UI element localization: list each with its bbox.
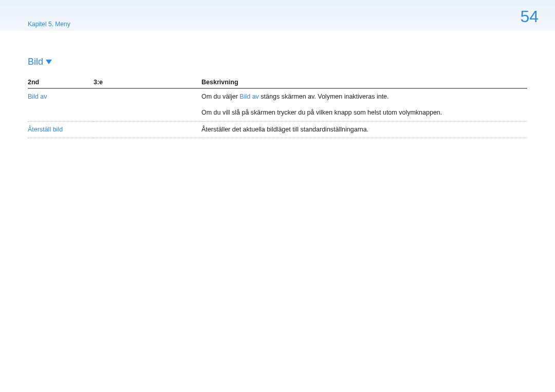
menu-item-aterstall-bild: Återställ bild <box>28 126 63 133</box>
table-header-beskrivning: Beskrivning <box>201 76 527 88</box>
triangle-down-icon <box>46 60 52 64</box>
table-cell-description: Återställer det aktuella bildläget till … <box>201 121 527 138</box>
menu-table: 2nd 3:e Beskrivning Bild av Om du väljer… <box>28 76 527 138</box>
table-cell-empty <box>94 105 201 121</box>
table-row: Om du vill slå på skärmen trycker du på … <box>28 105 527 121</box>
section-title-text: Bild <box>28 57 43 67</box>
breadcrumb: Kapitel 5. Meny <box>28 21 70 28</box>
table-cell-empty <box>28 105 94 121</box>
page-header: Kapitel 5. Meny 54 <box>0 0 555 31</box>
table-header-3e: 3:e <box>94 76 201 88</box>
table-header-2nd: 2nd <box>28 76 94 88</box>
desc-text-post: stängs skärmen av. Volymen inaktiveras i… <box>259 93 389 100</box>
desc-inline-link: Bild av <box>239 93 259 100</box>
table-row: Återställ bild Återställer det aktuella … <box>28 121 527 138</box>
page-content: Bild 2nd 3:e Beskrivning Bild av Om du v… <box>0 31 555 138</box>
page-number: 54 <box>520 7 539 26</box>
menu-item-bild-av: Bild av <box>28 93 47 100</box>
table-cell-description: Om du vill slå på skärmen trycker du på … <box>201 105 527 121</box>
section-title: Bild <box>28 57 52 67</box>
table-row: Bild av Om du väljer Bild av stängs skär… <box>28 88 527 105</box>
table-cell-empty <box>94 88 201 105</box>
table-cell-description: Om du väljer Bild av stängs skärmen av. … <box>201 88 527 105</box>
table-cell-empty <box>94 121 201 138</box>
desc-text-pre: Om du väljer <box>201 93 239 100</box>
table-header-row: 2nd 3:e Beskrivning <box>28 76 527 88</box>
